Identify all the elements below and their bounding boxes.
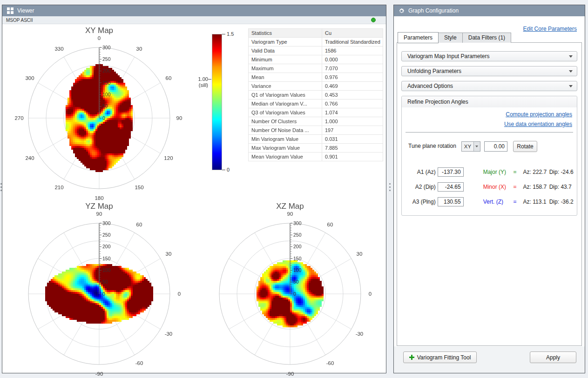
viewer-tabstrip: MSOP ASCII: [2, 16, 386, 24]
stats-cell: Maximum: [249, 64, 322, 73]
dropdown-label: Unfolding Parameters: [407, 68, 461, 74]
stats-cell: 0.976: [322, 73, 383, 82]
chevron-down-icon: [569, 55, 573, 58]
stats-row: Min Variogram Value0.031: [249, 135, 383, 144]
left-edge-splitter-grip[interactable]: [0, 183, 2, 193]
svg-text:50: 50: [102, 279, 108, 285]
dropdown-variogram-map-input-parameters[interactable]: Variogram Map Input Parameters: [401, 51, 577, 61]
svg-text:-60: -60: [326, 360, 334, 366]
chevron-down-icon: [569, 70, 573, 73]
parameters-tab-page: Variogram Map Input ParametersUnfolding …: [397, 42, 582, 346]
colorbar-gradient: [212, 34, 222, 170]
svg-text:60: 60: [327, 222, 333, 227]
stats-row: Mean0.976: [249, 73, 383, 82]
dropdown-unfolding-parameters[interactable]: Unfolding Parameters: [401, 66, 577, 76]
svg-text:180: 180: [95, 195, 103, 201]
use-data-orientation-angles-link[interactable]: Use data orientation angles: [504, 121, 572, 127]
viewer-tab-msop-ascii[interactable]: MSOP ASCII: [6, 18, 33, 23]
viewer-title: Viewer: [17, 7, 34, 14]
variogram-map-xz-map: 0501001502002503009060300-30-60-90XZ Map: [197, 201, 383, 378]
tune-rotation-input[interactable]: [484, 141, 507, 152]
svg-text:150: 150: [135, 185, 143, 190]
angle-row-a1-az: A1 (Az)Major (Y)=Az: 222.7Dip: -24.6: [402, 167, 577, 177]
angle-input-a1-az[interactable]: [438, 167, 464, 177]
dropdown-label: Variogram Map Input Parameters: [407, 53, 490, 60]
svg-text:0: 0: [293, 291, 296, 297]
svg-text:250: 250: [293, 232, 302, 238]
svg-text:0: 0: [102, 291, 105, 297]
svg-text:210: 210: [54, 185, 63, 190]
colorbar-min-label: 0: [227, 167, 230, 172]
colorbar-sill-label: 1.00 (sill): [188, 76, 208, 88]
svg-text:100: 100: [102, 92, 111, 97]
axis-result-label: Major (Y)=: [483, 169, 517, 175]
svg-text:250: 250: [102, 232, 111, 238]
stats-row: Minimum0.000: [249, 55, 383, 64]
rotate-button[interactable]: Rotate: [513, 141, 537, 152]
colorbar-max-label: 1.5: [227, 31, 234, 37]
dropdown-advanced-options[interactable]: Advanced Options: [401, 81, 577, 91]
polar-axis-overlay: 0501001502002503009060300-30-60-90XZ Map: [197, 201, 383, 378]
axis-azimuth-value: Az: 222.7: [523, 169, 547, 175]
angle-label: A3 (Plng): [406, 199, 436, 205]
angle-input-a2-dip[interactable]: [438, 182, 464, 192]
svg-text:200: 200: [293, 244, 302, 249]
svg-text:-90: -90: [286, 371, 294, 377]
svg-text:30: 30: [136, 46, 142, 52]
tab-style[interactable]: Style: [439, 33, 463, 43]
stats-row: Maximum7.070: [249, 64, 383, 73]
tune-plane-select[interactable]: XY: [461, 141, 480, 152]
svg-text:150: 150: [102, 80, 111, 86]
svg-text:0: 0: [178, 291, 181, 297]
polar-axis-overlay: 0501001502002503009060300-30-60-90YZ Map: [6, 201, 192, 378]
projection-angle-rows: A1 (Az)Major (Y)=Az: 222.7Dip: -24.6A2 (…: [402, 167, 577, 212]
stats-cell: Mean Variogram Value: [249, 153, 322, 161]
viewer-content: 0501001502002503000306090120150180210240…: [2, 24, 386, 373]
stats-cell: 0.469: [322, 82, 383, 91]
tune-plane-rotation-label: Tune plane rotation: [408, 143, 456, 149]
svg-text:30: 30: [357, 251, 363, 257]
angle-row-a2-dip: A2 (Dip)Minor (X)=Az: 158.7Dip: 43.7: [402, 182, 577, 192]
viewer-titlebar[interactable]: Viewer: [2, 5, 386, 16]
chevron-down-icon[interactable]: [473, 142, 480, 151]
panel-splitter-grip[interactable]: [389, 183, 391, 193]
stats-cell: 0.031: [322, 135, 383, 144]
angle-row-a3-plng: A3 (Plng)Vert. (Z)=Az: 113.1Dip: -36.2: [402, 197, 577, 207]
svg-text:100: 100: [293, 267, 302, 273]
tab-data-filters-1[interactable]: Data Filters (1): [463, 33, 511, 43]
svg-text:90: 90: [176, 115, 182, 121]
stats-cell: Mean: [249, 73, 322, 82]
stats-cell: Q1 of Variogram Values: [249, 91, 322, 99]
angle-input-a3-plng[interactable]: [438, 197, 464, 206]
apply-button[interactable]: Apply: [530, 351, 576, 363]
stats-cell: Variance: [249, 82, 322, 91]
svg-text:100: 100: [102, 267, 111, 273]
axis-dip-value: Dip: -24.6: [549, 169, 577, 175]
svg-text:300: 300: [293, 220, 302, 226]
compute-projection-angles-link[interactable]: Compute projection angles: [506, 111, 572, 118]
stats-table: StatisticsCuVariogram TypeTraditional St…: [248, 28, 383, 161]
svg-text:90: 90: [287, 211, 293, 217]
svg-text:0: 0: [369, 291, 372, 297]
config-titlebar[interactable]: Graph Configuration: [394, 5, 585, 16]
tab-parameters[interactable]: Parameters: [398, 32, 439, 43]
svg-text:50: 50: [293, 279, 299, 285]
map-title: YZ Map: [85, 202, 113, 211]
config-tabs: ParametersStyleData Filters (1): [398, 32, 511, 43]
stats-row: Median of Variogram V...0.766: [249, 99, 383, 108]
variogram-fitting-tool-button[interactable]: Variogram Fitting Tool: [403, 351, 477, 363]
config-title: Graph Configuration: [408, 7, 459, 14]
stats-cell: Minimum: [249, 55, 322, 64]
edit-core-parameters-link[interactable]: Edit Core Parameters: [523, 26, 577, 32]
config-bottom-strip: Variogram Fitting Tool Apply: [394, 346, 585, 373]
chevron-down-icon: [569, 85, 573, 87]
svg-text:330: 330: [54, 46, 63, 52]
stats-cell: Max Variogram Value: [249, 144, 322, 153]
svg-text:200: 200: [102, 68, 111, 73]
plus-icon: [409, 355, 414, 360]
stats-cell: Q3 of Variogram Values: [249, 108, 322, 117]
stats-row: Number Of Noise Data ...197: [249, 126, 383, 135]
stats-cell: 0.901: [322, 153, 383, 161]
colorbar-sill-tick: [208, 79, 211, 80]
stats-row: Number Of Clusters1.000: [249, 117, 383, 126]
